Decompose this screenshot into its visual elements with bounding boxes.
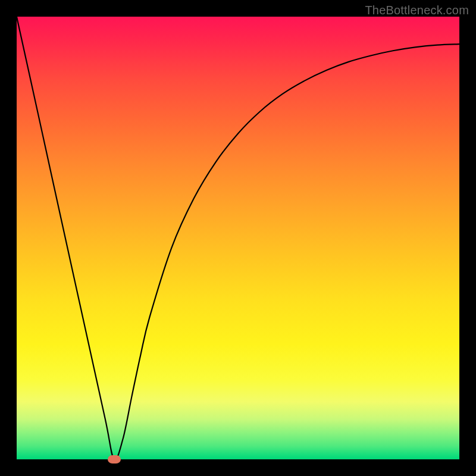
minimum-marker bbox=[108, 455, 121, 464]
watermark-text: TheBottleneck.com bbox=[365, 4, 469, 17]
chart-stage: TheBottleneck.com bbox=[0, 0, 476, 476]
bottleneck-curve bbox=[17, 17, 459, 460]
curve-layer bbox=[17, 17, 459, 459]
